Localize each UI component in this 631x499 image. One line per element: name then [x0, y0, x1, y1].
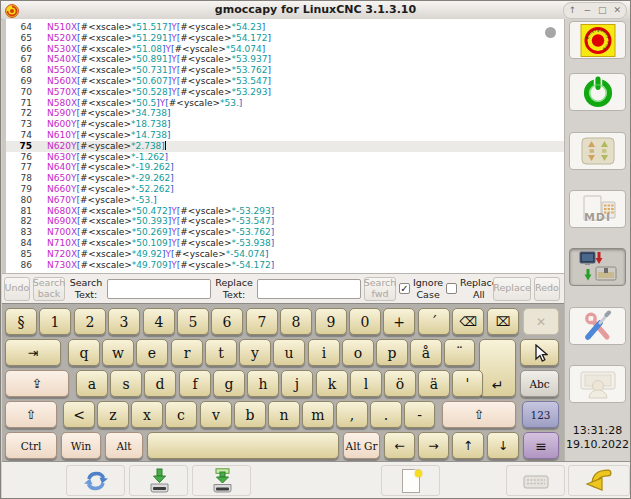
key-3[interactable]: 3: [108, 308, 140, 335]
key-apostrophe[interactable]: ': [452, 370, 483, 397]
key-g[interactable]: g: [213, 370, 245, 397]
code-line[interactable]: 70N570X[#<xscale>*50.528]Y[#<yscale>*53.…: [6, 87, 564, 98]
key-enter[interactable]: ↵: [479, 339, 516, 397]
code-line[interactable]: 77N640Y[#<yscale>*-19.262]: [6, 162, 564, 173]
code-line[interactable]: 85N720X[#<xscale>*49.92]Y[#<yscale>*-54.…: [6, 249, 564, 260]
key-i[interactable]: i: [308, 339, 340, 366]
back-button[interactable]: [568, 465, 630, 496]
key-comma[interactable]: ,: [336, 401, 368, 428]
key-m[interactable]: m: [302, 401, 334, 428]
key-space[interactable]: [147, 432, 339, 459]
code-line[interactable]: 72N590Y[#<yscale>*34.738]: [6, 108, 564, 119]
key-1[interactable]: 1: [39, 308, 71, 335]
key-close-keyboard[interactable]: ✕: [523, 308, 559, 335]
key-o[interactable]: o: [342, 339, 374, 366]
code-line[interactable]: 78N650Y[#<yscale>*-29.262]: [6, 173, 564, 184]
key-a[interactable]: a: [76, 370, 108, 397]
key-pointer[interactable]: [520, 339, 559, 366]
code-line[interactable]: 73N600Y[#<yscale>*18.738]: [6, 119, 564, 130]
code-line[interactable]: 81N680X[#<xscale>*50.472]Y[#<yscale>*-53…: [6, 206, 564, 217]
key-b[interactable]: b: [234, 401, 266, 428]
code-line[interactable]: 86N730X[#<xscale>*49.709]Y[#<yscale>*-54…: [6, 260, 564, 271]
key-p[interactable]: p: [376, 339, 408, 366]
search-back-button[interactable]: Search back: [33, 277, 65, 301]
key-e[interactable]: e: [136, 339, 168, 366]
minimize-icon[interactable]: −: [583, 3, 591, 18]
key-less-than[interactable]: <: [63, 401, 95, 428]
key-arrow-right[interactable]: →: [418, 432, 449, 459]
replace-all-checkbox[interactable]: Replace All: [446, 277, 490, 300]
key-ctrl[interactable]: Ctrl: [5, 432, 57, 459]
key-tab[interactable]: ⇥: [5, 339, 61, 366]
key-x[interactable]: x: [131, 401, 163, 428]
key-a-ring[interactable]: å: [410, 339, 442, 366]
scrollbar-thumb[interactable]: [545, 27, 556, 38]
key-s[interactable]: s: [110, 370, 142, 397]
key-section-sign[interactable]: §: [5, 308, 37, 335]
key-altgr[interactable]: Alt Gr: [343, 432, 380, 459]
key-plus[interactable]: +: [383, 308, 415, 335]
key-2[interactable]: 2: [74, 308, 106, 335]
key-f[interactable]: f: [179, 370, 211, 397]
key-backspace[interactable]: ⌫: [452, 308, 484, 335]
replace-button[interactable]: Replace: [493, 277, 531, 301]
search-input[interactable]: [107, 279, 211, 299]
key-clear[interactable]: ⌧: [487, 308, 519, 335]
key-arrow-down[interactable]: ↓: [487, 432, 519, 459]
key-minus[interactable]: -: [404, 401, 435, 428]
key-n[interactable]: n: [268, 401, 300, 428]
checkbox-unchecked-icon[interactable]: [446, 283, 457, 294]
shade-icon[interactable]: ↑: [569, 3, 577, 18]
new-file-button[interactable]: [381, 465, 440, 496]
key-shift-left[interactable]: ⇧: [5, 401, 57, 428]
ignore-case-checkbox[interactable]: ✓ Ignore Case: [399, 277, 443, 300]
code-line[interactable]: 68N550X[#<xscale>*50.731]Y[#<yscale>*53.…: [6, 65, 564, 76]
key-123[interactable]: 123: [522, 401, 559, 428]
code-line[interactable]: 74N610Y[#<yscale>*14.738]: [6, 130, 564, 141]
key-y[interactable]: y: [239, 339, 271, 366]
save-button[interactable]: [129, 465, 188, 496]
redo-button[interactable]: Redo: [534, 277, 560, 301]
key-c[interactable]: c: [165, 401, 197, 428]
estop-button[interactable]: Emergency stop: [569, 21, 626, 59]
code-line[interactable]: 80N670Y[#<yscale>*-53.]: [6, 195, 564, 206]
keyboard-toggle-button[interactable]: [506, 465, 565, 496]
undo-button[interactable]: Undo: [4, 277, 30, 301]
key-arrow-up[interactable]: ↑: [452, 432, 484, 459]
key-menu[interactable]: ≡: [523, 432, 559, 459]
checkbox-checked-icon[interactable]: ✓: [399, 283, 410, 294]
code-line[interactable]: 75N620Y[#<yscale>*2.738]: [6, 141, 564, 152]
key-k[interactable]: k: [316, 370, 348, 397]
manual-mode-button[interactable]: [569, 132, 626, 170]
key-4[interactable]: 4: [143, 308, 175, 335]
key-abc[interactable]: Abc: [520, 370, 559, 397]
close-icon[interactable]: ✕: [613, 3, 621, 18]
settings-button[interactable]: [569, 307, 626, 345]
key-6[interactable]: 6: [211, 308, 243, 335]
key-period[interactable]: .: [370, 401, 402, 428]
power-button[interactable]: [569, 73, 626, 111]
key-t[interactable]: t: [205, 339, 237, 366]
code-line[interactable]: 64N510X[#<xscale>*51.517]Y[#<yscale>*54.…: [6, 22, 564, 33]
code-line[interactable]: 71N580X[#<xscale>*50.5]Y[#<yscale>*53.]: [6, 98, 564, 109]
user-mode-button[interactable]: [569, 365, 626, 403]
key-caps-lock[interactable]: ⇪: [5, 370, 69, 397]
reload-button[interactable]: [66, 465, 125, 496]
code-line[interactable]: 82N690X[#<xscale>*50.393]Y[#<yscale>*-53…: [6, 216, 564, 227]
mdi-mode-button[interactable]: MDI: [569, 190, 626, 228]
key-r[interactable]: r: [171, 339, 203, 366]
key-arrow-left[interactable]: ←: [384, 432, 415, 459]
search-fwd-button[interactable]: Search fwd: [364, 277, 396, 301]
replace-input[interactable]: [257, 279, 361, 299]
key-z[interactable]: z: [97, 401, 129, 428]
key-l[interactable]: l: [350, 370, 382, 397]
key-a-umlaut[interactable]: ä: [418, 370, 450, 397]
key-u[interactable]: u: [273, 339, 305, 366]
key-h[interactable]: h: [247, 370, 279, 397]
gcode-editor[interactable]: 64N510X[#<xscale>*51.517]Y[#<yscale>*54.…: [2, 19, 564, 273]
code-line[interactable]: 84N710X[#<xscale>*50.109]Y[#<yscale>*-53…: [6, 238, 564, 249]
key-win[interactable]: Win: [61, 432, 101, 459]
key-acute-accent[interactable]: ´: [418, 308, 450, 335]
key-shift-right[interactable]: ⇧: [442, 401, 516, 428]
key-w[interactable]: w: [102, 339, 134, 366]
